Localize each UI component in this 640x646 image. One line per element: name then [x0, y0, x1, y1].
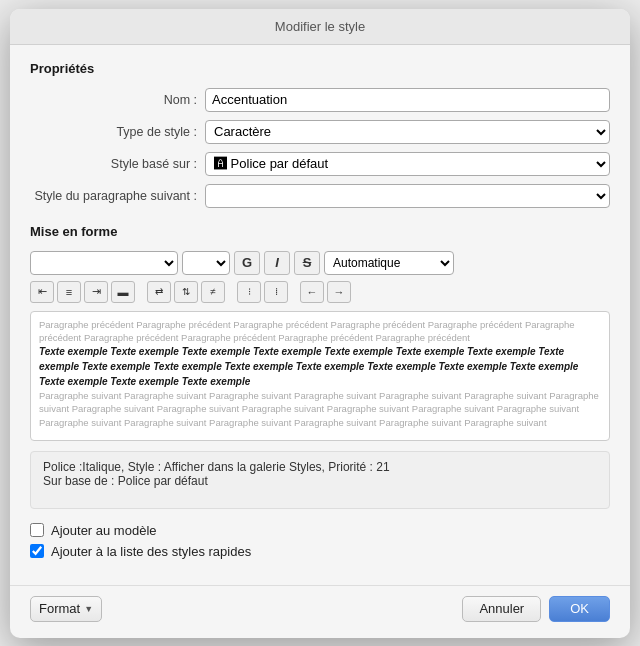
description-box: Police :Italique, Style : Afficher dans … [30, 451, 610, 509]
preview-main-text: Texte exemple Texte exemple Texte exempl… [39, 344, 601, 389]
indent-decrease-icon: ← [307, 286, 318, 298]
align-justify-button[interactable]: ▬ [111, 281, 135, 303]
format-button[interactable]: Format ▼ [30, 596, 102, 622]
chevron-down-icon: ▼ [84, 604, 93, 614]
line-spacing-1-button[interactable]: ⇄ [147, 281, 171, 303]
modifier-le-style-dialog: Modifier le style Propriétés Nom : Type … [10, 9, 630, 638]
format-button-label: Format [39, 601, 80, 616]
add-to-quick-styles-checkbox[interactable] [30, 544, 44, 558]
base-select[interactable]: 🅰 Police par défaut [205, 152, 610, 176]
suivant-label: Style du paragraphe suivant : [30, 189, 205, 203]
line-spacing-2-icon: ⇅ [182, 286, 190, 297]
align-right-icon: ⇥ [92, 285, 101, 298]
align-justify-icon: ▬ [118, 286, 129, 298]
align-row: ⇤ ≡ ⇥ ▬ ⇄ ⇅ ≠ [30, 281, 610, 303]
dialog-title: Modifier le style [10, 9, 630, 45]
nom-input[interactable] [205, 88, 610, 112]
properties-section-label: Propriétés [30, 61, 610, 76]
add-to-model-label: Ajouter au modèle [51, 523, 157, 538]
font-size-select[interactable] [182, 251, 230, 275]
align-left-button[interactable]: ⇤ [30, 281, 54, 303]
nom-label: Nom : [30, 93, 205, 107]
italic-button[interactable]: I [264, 251, 290, 275]
align-left-icon: ⇤ [38, 285, 47, 298]
base-label: Style basé sur : [30, 157, 205, 171]
type-select[interactable]: Caractère [205, 120, 610, 144]
list-bullet-button[interactable]: ⁝ [237, 281, 261, 303]
checkbox1-row: Ajouter au modèle [30, 523, 610, 538]
strikethrough-button[interactable]: S [294, 251, 320, 275]
type-row: Type de style : Caractère [30, 120, 610, 144]
footer-right-buttons: Annuler OK [462, 596, 610, 622]
checkbox2-row: Ajouter à la liste des styles rapides [30, 544, 610, 559]
base-row: Style basé sur : 🅰 Police par défaut [30, 152, 610, 176]
nom-row: Nom : [30, 88, 610, 112]
format-section-label: Mise en forme [30, 224, 610, 239]
add-to-quick-styles-label: Ajouter à la liste des styles rapides [51, 544, 251, 559]
align-center-icon: ≡ [66, 286, 72, 298]
indent-increase-icon: → [334, 286, 345, 298]
format-section: Mise en forme G I S Automatique ⇤ [30, 224, 610, 559]
line-spacing-2-button[interactable]: ⇅ [174, 281, 198, 303]
color-select[interactable]: Automatique [324, 251, 454, 275]
font-name-select[interactable] [30, 251, 178, 275]
dialog-footer: Format ▼ Annuler OK [10, 585, 630, 638]
description-line2: Sur base de : Police par défaut [43, 474, 597, 488]
annuler-button[interactable]: Annuler [462, 596, 541, 622]
description-line1: Police :Italique, Style : Afficher dans … [43, 460, 597, 474]
preview-prev-text: Paragraphe précédent Paragraphe précéden… [39, 318, 601, 345]
list-bullet-icon: ⁝ [248, 286, 251, 297]
align-center-button[interactable]: ≡ [57, 281, 81, 303]
preview-box: Paragraphe précédent Paragraphe précéden… [30, 311, 610, 441]
toolbar-row-1: G I S Automatique [30, 251, 610, 275]
line-spacing-3-icon: ≠ [210, 286, 216, 297]
bold-button[interactable]: G [234, 251, 260, 275]
suivant-select[interactable] [205, 184, 610, 208]
list-number-button[interactable]: ⁞ [264, 281, 288, 303]
list-number-icon: ⁞ [275, 286, 278, 297]
line-spacing-1-icon: ⇄ [155, 286, 163, 297]
add-to-model-checkbox[interactable] [30, 523, 44, 537]
ok-button[interactable]: OK [549, 596, 610, 622]
properties-section: Propriétés Nom : Type de style : Caractè… [30, 61, 610, 208]
suivant-row: Style du paragraphe suivant : [30, 184, 610, 208]
preview-next-text: Paragraphe suivant Paragraphe suivant Pa… [39, 389, 601, 429]
line-spacing-3-button[interactable]: ≠ [201, 281, 225, 303]
type-label: Type de style : [30, 125, 205, 139]
indent-decrease-button[interactable]: ← [300, 281, 324, 303]
align-right-button[interactable]: ⇥ [84, 281, 108, 303]
indent-increase-button[interactable]: → [327, 281, 351, 303]
